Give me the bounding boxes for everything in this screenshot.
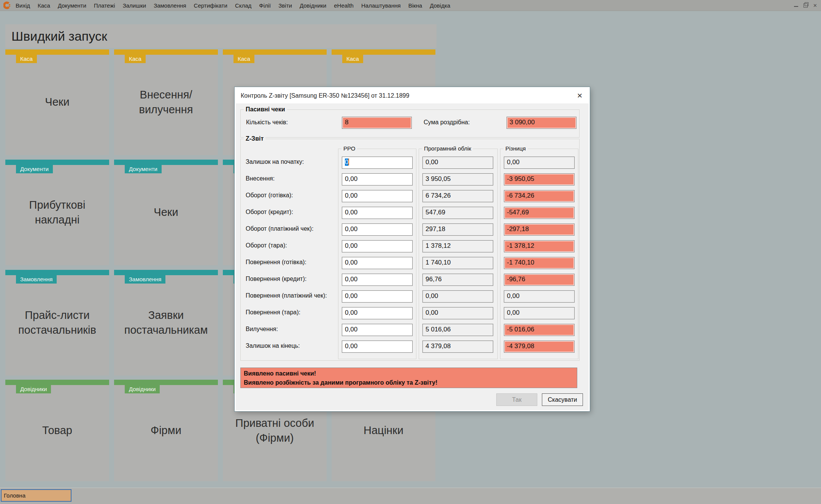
dialog-titlebar[interactable]: Контроль Z-звіту [Samsung ER-350 №123456…: [236, 88, 589, 103]
tile-Внесення/вилучення[interactable]: КасаВнесення/вилучення: [114, 49, 218, 155]
tile-label: Прайс-листи постачальників: [9, 308, 105, 338]
passive-checks-group-title: Пасивні чеки: [244, 106, 287, 113]
tile-category-tag: Каса: [125, 55, 146, 63]
window-controls: ✕: [794, 3, 817, 8]
z-report-group: Z-Звіт Залишок на початку:Внесення:Оборо…: [240, 139, 580, 361]
menu-item-10[interactable]: Звіти: [278, 2, 292, 9]
tile-label: Товар: [9, 423, 105, 438]
tile-category-tag: Каса: [16, 55, 37, 63]
tile-category-bar: [5, 270, 109, 275]
menu-items: ВихідКасаДокументиПлатежіЗалишкиЗамовлен…: [16, 2, 450, 9]
z-row-5-rro-field[interactable]: 0,00: [342, 223, 413, 236]
rro-column-group: РРО 00,000,000,000,000,000,000,000,000,0…: [338, 149, 416, 359]
difference-column-title: Різниця: [503, 145, 528, 152]
z-row-4-rro-field[interactable]: 0,00: [342, 207, 413, 219]
z-row-12-rro-field[interactable]: 0,00: [342, 341, 413, 353]
z-row-2-rro-field[interactable]: 0,00: [342, 173, 413, 185]
z-row-10-rro-field[interactable]: 0,00: [342, 307, 413, 319]
menu-item-3[interactable]: Документи: [58, 2, 86, 9]
menu-item-7[interactable]: Сертифікати: [194, 2, 227, 9]
menu-item-13[interactable]: Налаштування: [361, 2, 401, 9]
menu-item-8[interactable]: Склад: [235, 2, 251, 9]
z-row-4-difference-field: -547,69: [504, 207, 575, 219]
menu-item-6[interactable]: Замовлення: [154, 2, 186, 9]
statusbar-tab-main[interactable]: Головна: [1, 489, 71, 502]
z-row-5-program-field: 297,18: [422, 223, 493, 236]
z-row-1-program-field: 0,00: [422, 157, 493, 169]
difference-column-group: Різниця 0,00-3 950,05-6 734,26-547,69-29…: [500, 149, 578, 359]
dialog-close-icon[interactable]: ✕: [577, 92, 583, 100]
app-logo-icon: [3, 2, 11, 9]
z-row-1-difference-field: 0,00: [504, 157, 575, 169]
z-row-1-rro-field[interactable]: 0: [342, 157, 413, 169]
ok-button[interactable]: Так: [496, 393, 537, 406]
z-row-12-difference-field: -4 379,08: [504, 341, 575, 353]
tile-Заявки постачальникам[interactable]: ЗамовленняЗаявки постачальникам: [114, 270, 218, 376]
z-row-9-rro-field[interactable]: 0,00: [342, 290, 413, 303]
tile-label: Прибуткові накладні: [9, 198, 105, 227]
tile-category-bar: [114, 270, 218, 275]
dialog-title: Контроль Z-звіту [Samsung ER-350 №123456…: [236, 92, 409, 99]
statusbar: Головна: [0, 488, 821, 504]
selected-text: 0: [345, 158, 348, 166]
z-row-3-rro-field[interactable]: 0,00: [342, 190, 413, 202]
tile-label: Заявки постачальникам: [118, 308, 214, 338]
tile-label: Приватні особи (Фірми): [227, 415, 323, 445]
menu-item-9[interactable]: Філії: [259, 2, 271, 9]
tile-category-bar: [5, 49, 109, 55]
z-row-7-difference-field: -1 740,10: [504, 257, 575, 269]
z-row-label-5: Оборот (платіжний чек):: [246, 225, 313, 232]
tile-label: Чеки: [9, 95, 105, 109]
minimize-icon[interactable]: [794, 6, 798, 7]
z-row-label-12: Залишок на кінець:: [246, 342, 300, 349]
tile-category-bar: [114, 49, 218, 55]
z-row-label-8: Повернення (кредит):: [246, 276, 306, 282]
z-row-label-10: Повернення (тара):: [246, 309, 300, 316]
cancel-button[interactable]: Скасувати: [542, 393, 583, 406]
tile-Фірми[interactable]: ДовідникиФірми: [114, 380, 218, 481]
menu-item-5[interactable]: Залишки: [123, 2, 146, 9]
z-row-8-rro-field[interactable]: 0,00: [342, 274, 413, 286]
z-report-group-title: Z-Звіт: [244, 135, 265, 142]
menu-item-4[interactable]: Платежі: [94, 2, 115, 9]
tile-category-tag: Каса: [233, 55, 254, 63]
menu-item-11[interactable]: Довідники: [300, 2, 326, 9]
tile-category-bar: [5, 380, 109, 385]
z-row-12-program-field: 4 379,08: [422, 341, 493, 353]
z-row-3-difference-field: -6 734,26: [504, 190, 575, 202]
warning-line-2: Виявлено розбіжність за даними програмно…: [244, 378, 574, 387]
retail-sum-field[interactable]: 3 090,00: [507, 117, 576, 129]
menu-item-14[interactable]: Вікна: [408, 2, 422, 9]
tile-category-bar: [332, 49, 435, 55]
checks-count-field[interactable]: 8: [342, 117, 412, 129]
passive-checks-group: Пасивні чеки Кількість чеків: 8 Сума роз…: [240, 109, 580, 138]
z-row-2-program-field: 3 950,05: [422, 173, 493, 185]
menu-item-12[interactable]: eHealth: [334, 2, 354, 9]
program-column-group: Програмний облік 0,003 950,056 734,26547…: [419, 149, 498, 359]
application-window: ВихідКасаДокументиПлатежіЗалишкиЗамовлен…: [0, 0, 821, 504]
tile-label: Націнки: [335, 423, 432, 438]
tile-Прайс-листи постачальників[interactable]: ЗамовленняПрайс-листи постачальників: [5, 270, 109, 376]
z-row-6-rro-field[interactable]: 0,00: [342, 240, 413, 252]
tile-Чеки[interactable]: ДокументиЧеки: [114, 160, 218, 265]
tile-category-tag: Каса: [342, 55, 363, 63]
tile-category-tag: Довідники: [125, 385, 160, 393]
z-row-7-rro-field[interactable]: 0,00: [342, 257, 413, 269]
close-icon[interactable]: ✕: [813, 3, 817, 8]
z-row-11-rro-field[interactable]: 0,00: [342, 324, 413, 336]
warning-message: Виявлено пасивні чеки! Виявлено розбіжні…: [240, 368, 577, 388]
restore-icon[interactable]: [804, 3, 808, 8]
z-row-11-difference-field: -5 016,06: [504, 324, 575, 336]
menu-item-15[interactable]: Довідка: [430, 2, 450, 9]
tile-Чеки[interactable]: КасаЧеки: [5, 49, 109, 155]
tile-Товар[interactable]: ДовідникиТовар: [5, 380, 109, 481]
tile-Прибуткові накладні[interactable]: ДокументиПрибуткові накладні: [5, 160, 109, 265]
menu-item-1[interactable]: Вихід: [16, 2, 30, 9]
rro-column-title: РРО: [341, 145, 357, 152]
z-row-6-difference-field: -1 378,12: [504, 240, 575, 252]
menu-item-2[interactable]: Каса: [38, 2, 50, 9]
z-row-label-3: Оборот (готівка):: [246, 192, 293, 199]
tile-category-tag: Довідники: [16, 385, 51, 393]
tile-label: Внесення/вилучення: [118, 87, 214, 117]
z-row-label-4: Оборот (кредит):: [246, 209, 293, 216]
